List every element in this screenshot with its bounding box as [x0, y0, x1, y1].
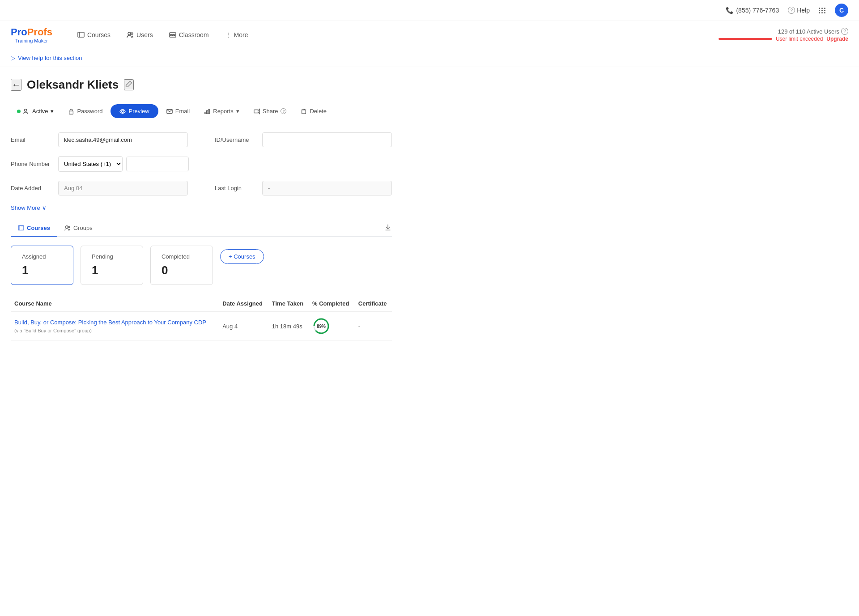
svg-point-6 — [172, 34, 173, 36]
date-added-label: Date Added — [11, 185, 51, 191]
phone-icon: 📞 — [726, 7, 733, 14]
delete-button[interactable]: Delete — [294, 104, 333, 118]
phone-label: Phone Number — [11, 161, 51, 167]
svg-rect-13 — [207, 110, 208, 114]
completed-card[interactable]: Completed 0 — [150, 246, 213, 285]
svg-point-8 — [25, 109, 27, 111]
svg-rect-9 — [69, 111, 73, 114]
logo-pro: Pro — [11, 26, 27, 38]
course-tabs: Courses Groups — [11, 220, 392, 237]
svg-point-20 — [68, 226, 70, 228]
table-row: Build, Buy, or Compose: Picking the Best… — [11, 312, 392, 341]
svg-rect-17 — [18, 225, 24, 230]
progress-text: 89% — [317, 324, 326, 329]
active-button[interactable]: Active ▾ — [11, 104, 60, 118]
assigned-card-count: 1 — [22, 263, 62, 277]
email-label: Email — [11, 136, 51, 143]
nav-classroom[interactable]: Classroom — [162, 22, 216, 47]
date-added-group: Date Added — [11, 181, 188, 195]
active-users-text: 129 of 110 Active Users — [778, 28, 839, 35]
user-limit-text: User limit exceeded — [776, 36, 823, 42]
course-link[interactable]: Build, Buy, or Compose: Picking the Best… — [14, 319, 206, 326]
id-field[interactable] — [262, 132, 392, 147]
page-title: Oleksandr Kliets — [27, 78, 119, 92]
assigned-card-title: Assigned — [22, 253, 62, 260]
svg-rect-14 — [208, 109, 210, 114]
last-login-group: Last Login — [215, 181, 392, 195]
phone-number: 📞 (855) 776-7763 — [726, 7, 779, 14]
preview-button[interactable]: Preview — [111, 104, 158, 118]
password-button[interactable]: Password — [62, 104, 109, 118]
tab-groups[interactable]: Groups — [57, 220, 100, 237]
share-info-icon[interactable]: ? — [281, 108, 286, 114]
logo-profs: Profs — [27, 26, 52, 38]
reports-dropdown-icon: ▾ — [236, 108, 239, 115]
nav-items: Courses Users Classroom ⋮ More — [70, 22, 719, 47]
svg-rect-0 — [78, 32, 84, 37]
course-name-cell: Build, Buy, or Compose: Picking the Best… — [11, 312, 219, 341]
email-button[interactable]: Email — [160, 104, 196, 118]
action-bar: Active ▾ Password Preview Email Reports … — [11, 104, 392, 118]
user-limit-bar — [719, 38, 772, 40]
show-more-toggle[interactable]: Show More ∨ — [11, 204, 392, 211]
help-link[interactable]: ? Help — [788, 7, 810, 14]
col-course-name: Course Name — [11, 296, 219, 312]
time-cell: 1h 18m 49s — [268, 312, 309, 341]
certificate-cell: - — [355, 312, 392, 341]
svg-point-10 — [122, 110, 124, 112]
col-time-taken: Time Taken — [268, 296, 309, 312]
edit-button[interactable] — [124, 79, 134, 90]
email-field[interactable] — [58, 132, 188, 147]
pending-card[interactable]: Pending 1 — [81, 246, 143, 285]
add-courses-button[interactable]: + Courses — [220, 249, 264, 264]
user-form: Email ID/Username Phone Number United St… — [11, 132, 392, 195]
email-group: Email — [11, 132, 188, 147]
id-group: ID/Username — [215, 132, 392, 147]
page-header: ← Oleksandr Kliets — [11, 78, 392, 92]
assigned-card[interactable]: Assigned 1 — [11, 246, 73, 285]
avatar[interactable]: C — [835, 4, 848, 17]
phone-country-select[interactable]: United States (+1) — [58, 156, 123, 172]
apps-grid-icon[interactable] — [819, 8, 826, 13]
tab-courses[interactable]: Courses — [11, 220, 57, 237]
course-cards: Assigned 1 Pending 1 Completed 0 + Cours… — [11, 246, 392, 285]
question-icon: ? — [788, 7, 795, 14]
active-users-info-icon[interactable]: ? — [841, 28, 848, 35]
active-dropdown-icon: ▾ — [51, 108, 54, 115]
play-icon: ▷ — [11, 55, 15, 61]
nav-users[interactable]: Users — [119, 22, 160, 47]
svg-rect-15 — [254, 110, 258, 113]
courses-table: Course Name Date Assigned Time Taken % C… — [11, 296, 392, 341]
logo-subtitle: Training Maker — [11, 38, 52, 43]
pending-card-title: Pending — [92, 253, 132, 260]
nav-courses[interactable]: Courses — [70, 22, 118, 47]
active-status-dot — [17, 110, 21, 113]
chevron-down-icon: ∨ — [42, 204, 47, 211]
phone-input[interactable] — [126, 157, 189, 171]
svg-point-19 — [66, 225, 68, 228]
reports-button[interactable]: Reports ▾ — [198, 104, 246, 118]
svg-rect-12 — [205, 112, 206, 114]
completed-card-count: 0 — [162, 263, 202, 277]
logo[interactable]: ProProfs Training Maker — [11, 21, 52, 49]
col-certificate: Certificate — [355, 296, 392, 312]
completed-card-title: Completed — [162, 253, 202, 260]
course-via: (via "Build Buy or Compose" group) — [14, 328, 92, 333]
svg-rect-16 — [302, 110, 306, 114]
help-section: ▷ View help for this section — [0, 49, 859, 67]
phone-group: Phone Number United States (+1) — [11, 156, 189, 172]
nav-more[interactable]: ⋮ More — [218, 22, 255, 47]
help-section-link[interactable]: ▷ View help for this section — [11, 55, 848, 61]
back-button[interactable]: ← — [11, 79, 21, 91]
share-button[interactable]: Share ? — [247, 104, 293, 118]
download-icon[interactable] — [384, 223, 392, 233]
main-nav: ProProfs Training Maker Courses Users Cl… — [0, 21, 859, 49]
id-label: ID/Username — [215, 136, 255, 143]
pending-card-count: 1 — [92, 263, 132, 277]
date-added-field[interactable] — [58, 181, 188, 195]
svg-point-5 — [170, 34, 171, 36]
last-login-field — [262, 181, 392, 195]
progress-circle: 89% — [312, 317, 330, 335]
active-users-section: 129 of 110 Active Users ? User limit exc… — [719, 24, 848, 46]
upgrade-link[interactable]: Upgrade — [826, 36, 848, 42]
